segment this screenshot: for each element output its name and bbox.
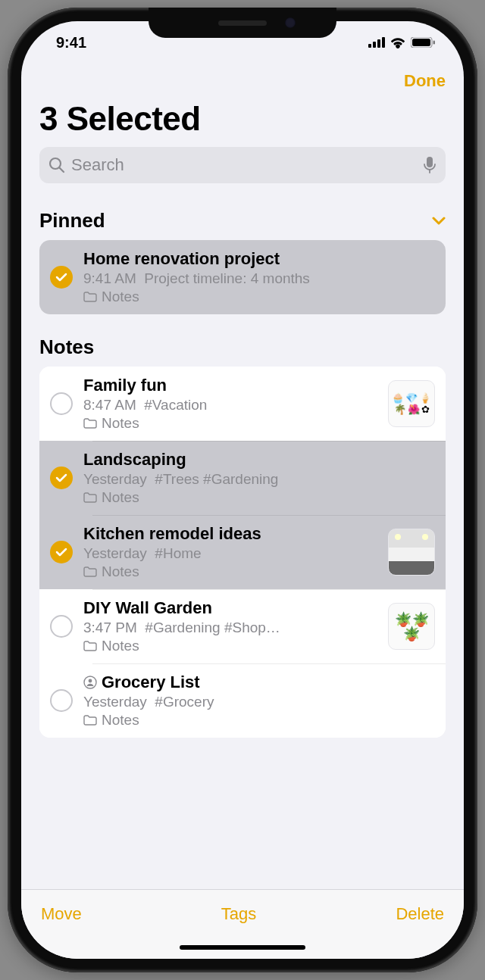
pinned-label: Pinned [39, 209, 105, 233]
note-row[interactable]: Home renovation project9:41 AM Project t… [39, 240, 446, 314]
folder-icon [83, 715, 97, 726]
note-body: Family fun8:47 AM #VacationNotes [83, 376, 377, 432]
note-folder: Notes [83, 712, 435, 729]
folder-icon [83, 292, 97, 302]
folder-icon [83, 418, 97, 429]
note-subtitle: 8:47 AM #Vacation [83, 397, 377, 414]
shared-icon [83, 676, 97, 689]
note-thumbnail: 🧁💎🍦🌴🌺✿ [388, 380, 435, 427]
svg-rect-3 [382, 37, 385, 48]
note-subtitle: Yesterday #Grocery [83, 694, 435, 710]
selection-checked-icon[interactable] [50, 541, 73, 563]
note-subtitle: 9:41 AM Project timeline: 4 months [83, 270, 435, 287]
note-folder: Notes [83, 289, 435, 305]
note-body: DIY Wall Garden3:47 PM #Gardening #Shop…… [83, 598, 377, 654]
note-subtitle: Yesterday #Home [83, 545, 377, 562]
note-title: Landscaping [83, 450, 435, 470]
note-thumbnail [388, 529, 435, 576]
svg-rect-6 [433, 41, 436, 45]
note-thumbnail: 🪴🪴🪴 [388, 603, 435, 650]
note-row[interactable]: Kitchen remodel ideasYesterday #HomeNote… [39, 515, 446, 589]
note-title: Grocery List [83, 673, 435, 692]
svg-point-12 [89, 679, 92, 683]
note-body: Grocery ListYesterday #GroceryNotes [83, 673, 435, 729]
status-time: 9:41 [56, 34, 86, 51]
note-title: Family fun [83, 376, 377, 395]
done-button[interactable]: Done [404, 71, 446, 91]
selection-unchecked-icon[interactable] [50, 392, 73, 415]
note-subtitle: Yesterday #Trees #Gardening [83, 471, 435, 488]
note-folder: Notes [83, 415, 377, 432]
tags-button[interactable]: Tags [221, 904, 256, 924]
selection-unchecked-icon[interactable] [50, 615, 73, 638]
note-row[interactable]: Family fun8:47 AM #VacationNotes🧁💎🍦🌴🌺✿ [39, 367, 446, 441]
search-placeholder: Search [71, 155, 417, 175]
note-row[interactable]: Grocery ListYesterday #GroceryNotes [39, 663, 446, 738]
note-title: DIY Wall Garden [83, 598, 377, 618]
selection-checked-icon[interactable] [50, 467, 73, 489]
note-subtitle: 3:47 PM #Gardening #Shop… [83, 620, 377, 636]
note-row[interactable]: LandscapingYesterday #Trees #GardeningNo… [39, 441, 446, 515]
selection-unchecked-icon[interactable] [50, 689, 73, 712]
note-title: Kitchen remodel ideas [83, 524, 377, 544]
notes-list: Family fun8:47 AM #VacationNotes🧁💎🍦🌴🌺✿La… [39, 367, 446, 738]
note-folder: Notes [83, 563, 377, 580]
move-button[interactable]: Move [41, 904, 82, 924]
mic-icon[interactable] [423, 156, 436, 174]
svg-rect-0 [368, 44, 371, 48]
home-indicator[interactable] [21, 938, 464, 959]
note-title: Home renovation project [83, 249, 435, 269]
svg-rect-2 [377, 39, 380, 48]
selection-checked-icon[interactable] [50, 266, 73, 289]
note-row[interactable]: DIY Wall Garden3:47 PM #Gardening #Shop…… [39, 589, 446, 663]
bottom-toolbar: Move Tags Delete [21, 889, 464, 938]
search-icon [48, 157, 65, 173]
pinned-header[interactable]: Pinned [21, 198, 464, 240]
status-icons [368, 36, 435, 48]
page-title: 3 Selected [21, 95, 464, 147]
wifi-icon [390, 36, 406, 48]
note-folder: Notes [83, 638, 377, 654]
note-folder: Notes [83, 489, 435, 506]
chevron-down-icon [432, 217, 446, 226]
notes-header: Notes [21, 314, 464, 367]
signal-icon [368, 37, 385, 48]
note-body: Home renovation project9:41 AM Project t… [83, 249, 435, 305]
folder-icon [83, 566, 97, 577]
svg-rect-5 [412, 39, 430, 46]
svg-rect-1 [373, 42, 376, 48]
svg-rect-9 [427, 157, 433, 167]
note-body: Kitchen remodel ideasYesterday #HomeNote… [83, 524, 377, 580]
note-body: LandscapingYesterday #Trees #GardeningNo… [83, 450, 435, 506]
notes-label: Notes [39, 336, 94, 359]
search-field[interactable]: Search [39, 147, 446, 183]
svg-line-8 [60, 168, 64, 173]
folder-icon [83, 492, 97, 503]
pinned-list: Home renovation project9:41 AM Project t… [39, 240, 446, 314]
folder-icon [83, 641, 97, 651]
delete-button[interactable]: Delete [396, 904, 444, 924]
battery-icon [411, 37, 435, 48]
nav-bar: Done [21, 64, 464, 95]
